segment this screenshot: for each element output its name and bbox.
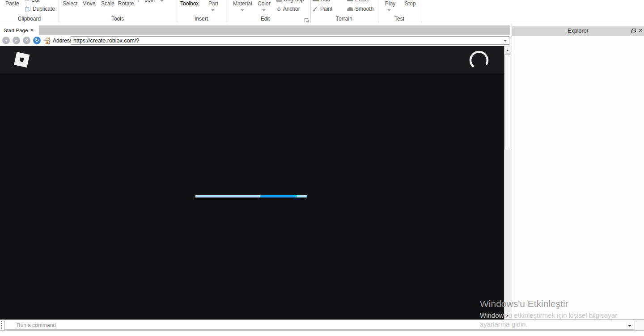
terrain-add-icon (313, 0, 319, 1)
command-bar-grip[interactable] (1, 321, 3, 329)
start-page-webview[interactable] (0, 46, 504, 319)
terrain-paint-label: Paint (320, 6, 332, 12)
scrollbar-down-button[interactable]: ▼ (504, 312, 511, 319)
tools-group-label: Tools (59, 16, 177, 22)
terrain-group-label: Terrain (310, 16, 378, 22)
play-caret-icon[interactable] (387, 9, 391, 11)
ribbon-toolbar: Paste ✂ Cut Duplicate Clipboard Select M… (0, 0, 644, 23)
scale-tool-button[interactable]: Scale (101, 0, 114, 7)
address-input[interactable] (71, 36, 509, 45)
edit-dialog-launcher-icon[interactable] (305, 18, 308, 22)
scrollbar-up-button[interactable]: ▲ (504, 46, 511, 54)
forward-button[interactable]: ► (13, 37, 20, 44)
anchor-label: Anchor (283, 6, 300, 12)
webview-scrollbar[interactable]: ▲ ▼ (504, 46, 510, 319)
group-separator (421, 0, 421, 23)
roblox-studio-window: Paste ✂ Cut Duplicate Clipboard Select M… (0, 0, 644, 336)
join-label: Join (145, 0, 155, 3)
terrain-smooth-button[interactable]: Smooth (347, 6, 373, 12)
terrain-paint-button[interactable]: Paint (312, 6, 332, 12)
paint-brush-icon (312, 6, 318, 12)
run-command-input[interactable] (4, 321, 635, 330)
terrain-add-button[interactable]: Add (313, 0, 330, 3)
tab-start-page-label: Start Page (0, 28, 28, 33)
anchor-button[interactable]: ⚓ Anchor (276, 6, 300, 12)
cut-label: Cut (31, 0, 40, 3)
insert-group-label: Insert (177, 16, 226, 22)
clipboard-group-label: Clipboard (0, 16, 59, 22)
color-caret-icon[interactable] (262, 9, 266, 11)
part-caret-icon[interactable] (211, 9, 215, 11)
back-icon: ◄ (4, 39, 8, 42)
stop-button[interactable]: Stop (405, 0, 416, 7)
forward-icon: ► (15, 39, 18, 42)
terrain-add-label: Add (321, 0, 330, 3)
stop-load-icon: ✕ (25, 38, 28, 42)
terrain-smooth-label: Smooth (355, 6, 373, 12)
loading-progress-bar (195, 195, 307, 197)
explorer-header[interactable]: Explorer ✕ (512, 26, 644, 36)
terrain-erode-icon (347, 0, 353, 1)
join-button[interactable]: Join (138, 0, 155, 3)
join-caret-icon[interactable] (160, 0, 164, 2)
start-page-header (0, 46, 504, 74)
duplicate-icon (25, 6, 31, 12)
scroll-up-icon: ▲ (506, 49, 509, 51)
tab-close-icon[interactable]: ✕ (30, 27, 34, 33)
close-panel-icon[interactable]: ✕ (639, 28, 643, 34)
play-button[interactable]: Play (385, 0, 395, 7)
ungroup-button[interactable]: Ungroup (276, 0, 304, 3)
join-icon (138, 0, 143, 2)
home-icon[interactable] (43, 37, 51, 44)
duplicate-label: Duplicate (33, 6, 55, 12)
browser-nav-bar: ◄ ► ✕ ↻ Address (0, 35, 510, 46)
color-button[interactable]: Color (258, 0, 271, 7)
terrain-erode-label: Erode (355, 0, 369, 3)
toolbox-button[interactable]: Toolbox (180, 0, 199, 7)
select-tool-button[interactable]: Select (63, 0, 77, 7)
loading-progress-fill (260, 195, 297, 197)
address-label: Address (53, 35, 72, 46)
loading-spinner-icon (469, 50, 489, 71)
stop-load-button[interactable]: ✕ (23, 37, 30, 44)
address-dropdown-icon[interactable] (504, 40, 507, 42)
material-caret-icon[interactable] (241, 9, 244, 11)
paste-button[interactable]: Paste (5, 0, 19, 7)
scissors-icon: ✂ (25, 0, 30, 3)
material-button[interactable]: Material (233, 0, 252, 7)
tab-start-page[interactable]: Start Page ✕ (0, 25, 39, 35)
explorer-panel: Explorer ✕ (512, 26, 644, 319)
document-tab-bar: Start Page ✕ (0, 25, 510, 35)
scroll-down-icon: ▼ (506, 315, 509, 317)
refresh-button[interactable]: ↻ (33, 37, 41, 44)
part-button[interactable]: Part (208, 0, 218, 7)
rotate-tool-button[interactable]: Rotate (118, 0, 134, 7)
test-group-label: Test (378, 16, 421, 22)
command-dropdown-icon[interactable] (628, 325, 631, 327)
terrain-erode-button[interactable]: Erode (347, 0, 369, 3)
cut-button[interactable]: ✂ Cut (25, 0, 40, 3)
back-button[interactable]: ◄ (2, 37, 10, 44)
ungroup-label: Ungroup (284, 0, 304, 3)
command-bar (0, 319, 644, 331)
edit-group-label: Edit (226, 16, 305, 22)
smooth-icon (347, 7, 353, 11)
float-panel-icon[interactable] (631, 29, 636, 33)
scrollbar-thumb[interactable] (504, 54, 511, 150)
explorer-title: Explorer (568, 28, 589, 34)
duplicate-button[interactable]: Duplicate (25, 6, 55, 12)
move-tool-button[interactable]: Move (82, 0, 95, 7)
anchor-icon: ⚓ (276, 6, 281, 12)
roblox-logo-icon (13, 50, 30, 70)
refresh-icon: ↻ (35, 38, 39, 43)
ungroup-icon (276, 0, 282, 2)
